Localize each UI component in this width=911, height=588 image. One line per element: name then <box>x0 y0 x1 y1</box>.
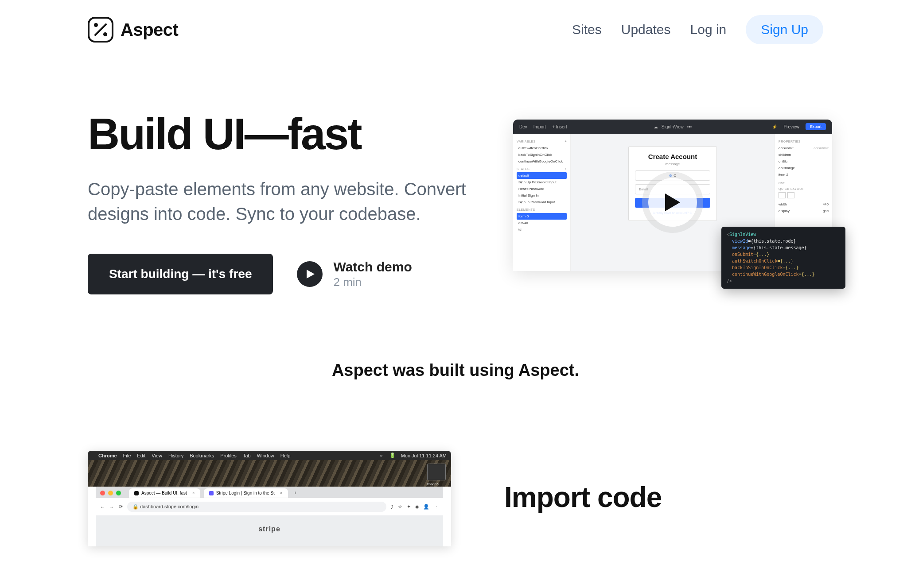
canvas-message: message <box>635 162 710 166</box>
var-item: backToSignInOnClick <box>517 151 567 158</box>
state-item: default <box>517 172 567 179</box>
top-nav: Aspect Sites Updates Log in Sign Up <box>88 0 823 53</box>
aspect-logo-icon <box>88 17 113 43</box>
tagline: Aspect was built using Aspect. <box>88 330 823 451</box>
browser-tab: Stripe Login | Sign in to the St× <box>204 488 288 498</box>
brand-name: Aspect <box>121 20 178 40</box>
share-icon: ⤴ <box>391 504 393 510</box>
battery-icon: 🔋 <box>389 453 396 458</box>
element-item: form-0 <box>517 213 567 220</box>
back-icon: ← <box>100 504 105 510</box>
canvas-heading: Create Account <box>635 153 710 160</box>
profile-icon: 👤 <box>423 504 429 510</box>
menu-item: Profiles <box>220 453 237 458</box>
play-icon <box>297 261 323 287</box>
traffic-lights <box>100 491 121 495</box>
start-building-button[interactable]: Start building — it's free <box>88 254 273 294</box>
star-icon: ☆ <box>398 504 402 510</box>
editor-preview[interactable]: Dev Import + Insert ☁ SignInView ••• ⚡ P… <box>513 120 832 271</box>
element-item: td <box>517 226 567 233</box>
editor-insert: + Insert <box>552 124 567 129</box>
state-item: Reset Password <box>517 186 567 192</box>
editor-topbar: Dev Import + Insert ☁ SignInView ••• ⚡ P… <box>513 120 832 134</box>
editor-import: Import <box>533 124 546 129</box>
stripe-logo: stripe <box>258 525 280 533</box>
menu-item: File <box>123 453 131 458</box>
element-item: div-48 <box>517 220 567 226</box>
watch-demo-button[interactable]: Watch demo 2 min <box>297 259 412 289</box>
macos-menubar: Chrome File Edit View History Bookmarks … <box>88 451 451 460</box>
lightning-icon: ⚡ <box>772 124 777 129</box>
menu-icon: ⋮ <box>434 504 439 510</box>
new-tab-icon: + <box>292 491 300 495</box>
brand[interactable]: Aspect <box>88 17 178 43</box>
browser-tab: Aspect — Build UI, fast× <box>129 488 200 498</box>
play-overlay-icon[interactable] <box>648 178 697 227</box>
ext-icon: ✦ <box>407 504 411 510</box>
menu-item: Help <box>280 453 291 458</box>
cloud-icon: ☁ <box>654 124 658 129</box>
var-item: continueWithGoogleOnClick <box>517 158 567 165</box>
nav-updates[interactable]: Updates <box>621 22 671 37</box>
import-code-heading: Import code <box>504 481 823 514</box>
menu-item: History <box>168 453 183 458</box>
watch-demo-label: Watch demo <box>333 259 412 275</box>
editor-left-panel: VARIABLES+ authSwitchOnClick backToSignI… <box>513 134 571 271</box>
nav-sites[interactable]: Sites <box>572 22 602 37</box>
menu-item: Bookmarks <box>190 453 214 458</box>
menu-item: Chrome <box>98 453 117 458</box>
editor-preview-btn: Preview <box>783 124 799 129</box>
signup-button[interactable]: Sign Up <box>746 15 823 44</box>
nav-links: Sites Updates Log in Sign Up <box>572 15 823 44</box>
menu-item: Window <box>257 453 274 458</box>
desktop-wallpaper <box>88 460 451 487</box>
menu-item: View <box>152 453 162 458</box>
watch-demo-duration: 2 min <box>333 275 412 289</box>
editor-export-btn: Export <box>806 123 826 130</box>
state-item: Initial Sign In <box>517 192 567 199</box>
browser-mockup: Chrome File Edit View History Bookmarks … <box>88 451 451 546</box>
import-section: Chrome File Edit View History Bookmarks … <box>88 451 823 564</box>
hero-subtitle: Copy-paste elements from any website. Co… <box>88 177 469 226</box>
state-item: Sign In Password Input <box>517 199 567 205</box>
page-content: stripe <box>96 515 443 546</box>
hero-title: Build UI—fast <box>88 111 487 157</box>
code-popup: <SignInView viewId={this.state.mode} mes… <box>721 227 845 289</box>
reload-icon: ⟳ <box>119 504 123 510</box>
var-item: authSwitchOnClick <box>517 145 567 151</box>
editor-more: ••• <box>687 124 692 129</box>
menubar-clock: Mon Jul 11 11:24 AM <box>401 453 447 458</box>
menu-item: Edit <box>137 453 145 458</box>
url-bar: ← → ⟳ 🔒 dashboard.stripe.com/login ⤴ ☆ ✦… <box>96 498 443 515</box>
desktop-file-icon <box>427 464 446 480</box>
menu-item: Tab <box>243 453 251 458</box>
ext-icon: ◆ <box>415 504 419 510</box>
hero: Build UI—fast Copy-paste elements from a… <box>88 53 823 330</box>
nav-login[interactable]: Log in <box>690 22 727 37</box>
wifi-icon: ᯤ <box>379 453 384 458</box>
lock-icon: 🔒 <box>132 504 140 509</box>
url-text: dashboard.stripe.com/login <box>140 504 199 509</box>
editor-dev: Dev <box>519 124 527 129</box>
state-item: Sign Up Password Input <box>517 179 567 186</box>
editor-title: SignInView <box>662 124 684 129</box>
chrome-window: Aspect — Build UI, fast× Stripe Login | … <box>96 484 443 546</box>
forward-icon: → <box>109 504 114 510</box>
